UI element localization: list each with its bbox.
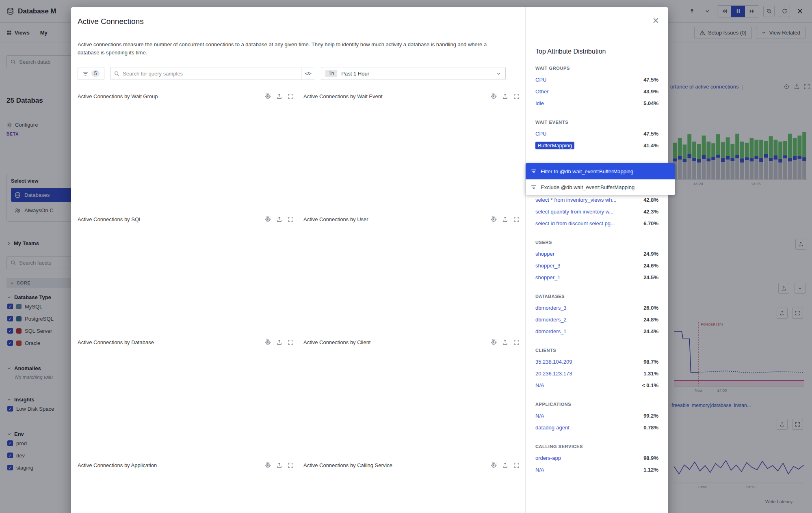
scope-icon[interactable]: 020406080100Sessions12:3012:4513:0013:15 bbox=[265, 339, 271, 345]
export-icon[interactable] bbox=[502, 216, 508, 222]
chart-title: Active Connections by Calling Service bbox=[303, 462, 392, 468]
chart-card: Active Connections by Client020406080100… bbox=[303, 338, 520, 446]
chart-card: Active Connections by User020406080100Se… bbox=[303, 215, 520, 323]
panel-section-header: WAIT EVENTS bbox=[535, 120, 658, 125]
query-search-input[interactable] bbox=[110, 67, 301, 80]
attribute-name[interactable]: dbmorders_2 bbox=[535, 317, 567, 323]
panel-section-header: CLIENTS bbox=[535, 348, 658, 353]
attribute-name[interactable]: dbmorders_1 bbox=[535, 328, 567, 334]
svg-text:Sessions: Sessions bbox=[265, 339, 269, 345]
scope-icon[interactable]: 020406080100Sessions12:3012:4513:0013:15 bbox=[491, 462, 497, 468]
filter-icon bbox=[531, 168, 537, 174]
attribute-name[interactable]: select * from inventory_views wh... bbox=[535, 197, 616, 203]
attribute-name[interactable]: 35.238.104.209 bbox=[535, 359, 572, 365]
context-menu-item[interactable]: Filter to @db.wait_event:BufferMapping bbox=[526, 163, 675, 179]
code-view-button[interactable]: </> bbox=[301, 67, 315, 80]
attribute-value: < 0.1% bbox=[642, 382, 658, 388]
filter-button[interactable]: 5 bbox=[78, 67, 104, 80]
attribute-row: N/A< 0.1% bbox=[535, 379, 658, 391]
svg-text:100: 100 bbox=[270, 462, 271, 467]
attribute-name[interactable]: N/A bbox=[535, 382, 544, 388]
export-icon[interactable] bbox=[276, 339, 282, 345]
expand-icon[interactable] bbox=[288, 462, 294, 468]
attribute-name[interactable]: shopper_3 bbox=[535, 263, 560, 269]
query-search[interactable]: </> bbox=[110, 67, 315, 80]
svg-text:100: 100 bbox=[496, 93, 497, 98]
svg-text:100: 100 bbox=[496, 462, 497, 467]
attribute-value: 47.5% bbox=[643, 77, 658, 83]
chart-plot bbox=[78, 365, 289, 445]
panel-section-header: DATABASES bbox=[535, 294, 658, 299]
export-icon[interactable] bbox=[276, 93, 282, 99]
context-menu-item[interactable]: Exclude @db.wait_event:BufferMapping bbox=[526, 179, 675, 195]
attribute-name[interactable]: select quantity from inventory w... bbox=[535, 209, 613, 215]
svg-text:100: 100 bbox=[496, 216, 497, 221]
close-icon[interactable] bbox=[652, 17, 659, 25]
chart-plot bbox=[303, 365, 515, 445]
expand-icon[interactable] bbox=[513, 339, 520, 345]
attribute-value: 98.9% bbox=[643, 455, 658, 461]
svg-text:100: 100 bbox=[270, 216, 271, 221]
attribute-name[interactable]: shopper bbox=[535, 251, 554, 257]
export-icon[interactable] bbox=[502, 339, 508, 345]
export-icon[interactable] bbox=[276, 216, 282, 222]
svg-text:Sessions: Sessions bbox=[491, 216, 495, 222]
attribute-name[interactable]: N/A bbox=[535, 467, 544, 473]
scope-icon[interactable]: 020406080100Sessions12:3012:4513:0013:15 bbox=[265, 216, 271, 222]
attribute-name[interactable]: BufferMapping bbox=[535, 142, 574, 149]
attribute-row: 35.238.104.20998.7% bbox=[535, 356, 658, 368]
context-menu-label: Exclude @db.wait_event:BufferMapping bbox=[541, 184, 634, 190]
expand-icon[interactable] bbox=[513, 462, 520, 468]
attribute-value: 0.78% bbox=[643, 425, 658, 431]
panel-sections: WAIT GROUPSCPU47.5%Other43.9%Idle5.04%WA… bbox=[535, 66, 658, 476]
export-icon[interactable] bbox=[502, 462, 508, 468]
chart-card: Active Connections by SQL020406080100Ses… bbox=[78, 215, 294, 323]
attribute-row: Idle5.04% bbox=[535, 97, 658, 109]
attribute-row: select id from discount select pg...6.70… bbox=[535, 218, 658, 229]
attribute-name[interactable]: select id from discount select pg... bbox=[535, 220, 615, 226]
panel-section: select * from inventory_views wh...42.8%… bbox=[535, 194, 658, 229]
scope-icon[interactable]: 020406080100Sessions12:3012:4513:0013:15… bbox=[265, 93, 271, 99]
time-range-chip: 1h bbox=[325, 70, 337, 77]
expand-icon[interactable] bbox=[288, 339, 294, 345]
attribute-name[interactable]: dbmorders_3 bbox=[535, 305, 567, 311]
attribute-row: CPU47.5% bbox=[535, 74, 658, 86]
expand-icon[interactable] bbox=[288, 93, 294, 99]
export-icon[interactable] bbox=[502, 93, 508, 99]
panel-section-header: WAIT GROUPS bbox=[535, 66, 658, 71]
attribute-value: 43.9% bbox=[643, 88, 658, 95]
export-icon[interactable] bbox=[276, 462, 282, 468]
attribute-name[interactable]: shopper_1 bbox=[535, 274, 560, 280]
time-range-picker[interactable]: 1h Past 1 Hour bbox=[321, 67, 506, 80]
scope-icon[interactable]: 020406080100Sessions12:3012:4513:0013:15 bbox=[491, 216, 497, 222]
attribute-name[interactable]: CPU bbox=[535, 77, 546, 83]
panel-section-header: APPLICATIONS bbox=[535, 402, 658, 407]
attribute-name[interactable]: datadog-agent bbox=[535, 425, 569, 431]
active-connections-modal: Active Connections Active connections me… bbox=[71, 7, 668, 513]
charts-grid: Active Connections by Wait Group02040608… bbox=[78, 92, 520, 513]
attribute-value: 24.9% bbox=[643, 251, 658, 257]
top-attribute-panel: Top Attribute Distribution WAIT GROUPSCP… bbox=[525, 7, 668, 513]
time-range-label: Past 1 Hour bbox=[341, 71, 369, 77]
attribute-value: 98.7% bbox=[643, 359, 658, 365]
chart-plot bbox=[78, 488, 289, 513]
attribute-name[interactable]: orders-app bbox=[535, 455, 561, 461]
scope-icon[interactable]: 020406080100Sessions12:3012:4513:0013:15 bbox=[491, 339, 497, 345]
chart-plot bbox=[78, 242, 289, 322]
attribute-name[interactable]: 20.236.123.173 bbox=[535, 371, 572, 377]
attribute-name[interactable]: CPU bbox=[535, 131, 546, 137]
expand-icon[interactable] bbox=[513, 216, 520, 222]
expand-icon[interactable] bbox=[513, 93, 520, 99]
svg-text:Sessions: Sessions bbox=[491, 339, 495, 345]
scope-icon[interactable]: 020406080100Sessions12:3012:4513:0013:15 bbox=[265, 462, 271, 468]
attribute-row: shopper24.9% bbox=[535, 248, 658, 260]
chart-plot bbox=[303, 488, 515, 513]
attribute-name[interactable]: Other bbox=[535, 88, 549, 95]
attribute-name[interactable]: N/A bbox=[535, 413, 544, 419]
attribute-name[interactable]: Idle bbox=[535, 100, 544, 106]
modal-content: Active Connections Active connections me… bbox=[71, 7, 525, 513]
scope-icon[interactable]: 020406080100Sessions12:3012:4513:0013:15… bbox=[491, 93, 497, 99]
panel-section: CLIENTS35.238.104.20998.7%20.236.123.173… bbox=[535, 348, 658, 391]
expand-icon[interactable] bbox=[288, 216, 294, 222]
attribute-row: 20.236.123.1731.31% bbox=[535, 368, 658, 379]
